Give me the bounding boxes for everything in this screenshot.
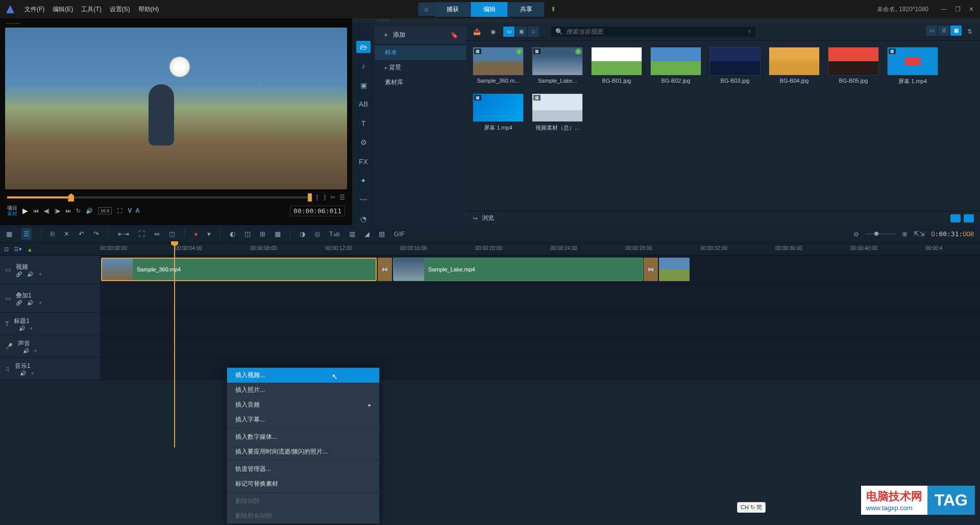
timeline-timecode[interactable]: 0:0:00:31:00800:31:008 xyxy=(931,230,974,238)
timeline-view-icon[interactable]: ☰ xyxy=(21,228,32,240)
grid-icon[interactable]: ⊞ xyxy=(260,230,265,238)
copy-icon[interactable]: ⎘ xyxy=(51,230,55,238)
view-details-icon[interactable]: ☰ xyxy=(938,26,949,36)
marker-icon[interactable]: ▾ xyxy=(207,230,211,238)
playhead[interactable] xyxy=(174,243,175,447)
preview-viewport[interactable] xyxy=(5,28,347,189)
ctx-insert-digital[interactable]: 插入数字媒体... xyxy=(227,430,379,444)
menu-file[interactable]: 文件(F) xyxy=(24,5,44,14)
overlay-mgr-icon[interactable]: ◫ xyxy=(244,230,251,238)
audio-category-icon[interactable]: ♪ xyxy=(356,60,371,72)
media-category-icon[interactable]: 🗁 xyxy=(356,41,371,53)
clip-mode-label[interactable]: 素材 xyxy=(7,211,17,216)
3d-title-icon[interactable]: T₃ᴅ xyxy=(329,230,340,238)
ctx-insert-video[interactable]: 插入视频... xyxy=(227,368,379,383)
expand-icon[interactable]: ⛶ xyxy=(117,208,122,214)
loop-icon[interactable]: ↻ xyxy=(76,208,81,214)
fx-icon[interactable]: ✦ xyxy=(38,271,42,277)
track-content[interactable] xyxy=(100,284,980,312)
menu-tools[interactable]: 工具(T) xyxy=(81,5,101,14)
record-vo-icon[interactable]: ● xyxy=(194,230,198,238)
ctx-insert-photo[interactable]: 插入照片... xyxy=(227,383,379,397)
transition-block[interactable]: ⧓ xyxy=(644,258,658,281)
split-screen-icon[interactable]: ▥ xyxy=(349,230,355,238)
menu-help[interactable]: 帮助(H) xyxy=(138,5,159,14)
ctx-insert-audio[interactable]: 插入音频▸ xyxy=(227,397,379,412)
fit-icon[interactable]: ⛶ xyxy=(138,230,145,238)
settings-category-icon[interactable]: ⚙ xyxy=(356,137,371,149)
library-thumb[interactable]: ▦视频素材（总）... xyxy=(532,93,583,132)
zoom-out-icon[interactable]: ⊖ xyxy=(853,230,859,238)
mute-icon[interactable]: 🔊 xyxy=(20,370,26,376)
play-button[interactable]: ▶ xyxy=(22,207,28,215)
nav-item-samples[interactable]: 样本 xyxy=(375,45,467,60)
mask-icon[interactable]: ◑ xyxy=(300,230,305,238)
go-end-icon[interactable]: ⏭ xyxy=(65,208,71,214)
transition-block[interactable]: ⧓ xyxy=(378,258,392,281)
add-folder-button[interactable]: ＋ 添加 🔖 xyxy=(375,27,467,43)
stretch-icon[interactable]: ⇔ xyxy=(154,230,160,238)
mute-icon[interactable]: 🔊 xyxy=(27,271,33,277)
link-icon[interactable]: 🔗 xyxy=(16,271,22,277)
record-icon[interactable]: ◉ xyxy=(487,26,499,38)
link-icon[interactable]: 🔗 xyxy=(16,300,22,306)
panel-drag-handle[interactable] xyxy=(3,21,349,26)
library-thumb[interactable]: BG-B05.jpg xyxy=(828,47,879,85)
panel-layout-2-icon[interactable] xyxy=(964,214,974,222)
library-thumb[interactable]: ▦屏幕 1.mp4 xyxy=(887,47,938,85)
preview-scrubber[interactable]: ⟦ ⟧ ✂ ☰ xyxy=(7,191,345,204)
chapter-icon[interactable]: ◐ xyxy=(230,230,235,238)
track-options-icon[interactable]: ☰▾ xyxy=(14,246,22,253)
ctx-insert-timelapse[interactable]: 插入要应用时间流逝/频闪的照片... xyxy=(227,444,379,459)
tab-edit[interactable]: 编辑 xyxy=(471,2,508,17)
text-category-icon[interactable]: T xyxy=(356,117,371,130)
gif-icon[interactable]: GIF xyxy=(394,230,405,238)
zoom-in-icon[interactable]: ⊕ xyxy=(902,230,908,238)
fit-timeline-icon[interactable]: ⇱⇲ xyxy=(914,230,925,238)
volume-icon[interactable]: 🔊 xyxy=(86,208,93,214)
panel-layout-1-icon[interactable] xyxy=(950,214,961,222)
timecode-display[interactable]: 00:00:06:011 xyxy=(290,206,345,216)
mute-icon[interactable]: 🔊 xyxy=(19,326,25,331)
view-grid-icon[interactable]: ▦ xyxy=(950,26,962,36)
undo-icon[interactable]: ↶ xyxy=(79,230,84,238)
library-thumb[interactable]: BG-B02.jpg xyxy=(650,47,701,85)
clip-sample-lake[interactable]: Sample_Lake.mp4 xyxy=(393,258,643,281)
mute-icon[interactable]: 🔊 xyxy=(27,300,33,306)
project-mode-label[interactable]: 项目 xyxy=(7,205,17,211)
library-thumb[interactable]: ▦屏幕 1.mp4 xyxy=(473,93,524,132)
ctx-insert-subtitle[interactable]: 插入字幕... xyxy=(227,412,379,427)
search-input[interactable] xyxy=(566,28,748,35)
panel-drag-handle[interactable] xyxy=(352,18,980,22)
fx-icon[interactable]: ✦ xyxy=(38,300,42,306)
home-icon[interactable]: ⌂ xyxy=(418,3,434,16)
ctx-mark-replaceable[interactable]: 标记可替换素材 xyxy=(227,477,379,491)
tab-capture[interactable]: 捕获 xyxy=(434,2,471,17)
speed-category-icon[interactable]: ◔ xyxy=(356,213,371,226)
nav-item-backgrounds[interactable]: 背景 xyxy=(375,60,467,75)
time-ruler[interactable]: 00:00:00:0000:00:04:0000:00:08:0000:00:1… xyxy=(100,243,980,255)
browse-icon[interactable]: ↪ xyxy=(473,215,478,222)
expand-icon[interactable]: ▾ xyxy=(34,348,37,354)
track-lock-icon[interactable]: ⊡ xyxy=(4,246,9,253)
storyboard-view-icon[interactable]: ▦ xyxy=(6,230,12,238)
expand-icon[interactable]: ▾ xyxy=(30,326,33,331)
clip-extra[interactable] xyxy=(659,258,690,281)
cut-icon[interactable]: ✂ xyxy=(330,194,335,201)
multicam-icon[interactable]: ▦ xyxy=(275,230,281,238)
library-thumb[interactable]: ▦✓Sample_360.m... xyxy=(473,47,524,85)
aspect-ratio-button[interactable]: 16:9 xyxy=(98,207,112,214)
va-toggle[interactable]: V A xyxy=(128,207,141,214)
minimize-icon[interactable]: — xyxy=(939,6,949,13)
menu-settings[interactable]: 设置(S) xyxy=(110,5,130,14)
browse-label[interactable]: 浏览 xyxy=(482,214,494,222)
track-content[interactable] xyxy=(100,313,980,335)
clear-search-icon[interactable]: × xyxy=(748,28,751,35)
tab-share[interactable]: 共享 xyxy=(508,2,545,17)
fx-category-icon[interactable]: FX xyxy=(356,156,371,168)
ripple-icon[interactable]: ⇤⇥ xyxy=(118,230,129,238)
track-motion-icon[interactable]: ◎ xyxy=(314,230,320,238)
track-content[interactable]: Sample_360.mp4 ⧓ Sample_Lake.mp4 ⧓ xyxy=(100,256,980,284)
title-category-icon[interactable]: AB xyxy=(356,98,371,111)
pan-zoom-icon[interactable]: ▨ xyxy=(379,230,385,238)
